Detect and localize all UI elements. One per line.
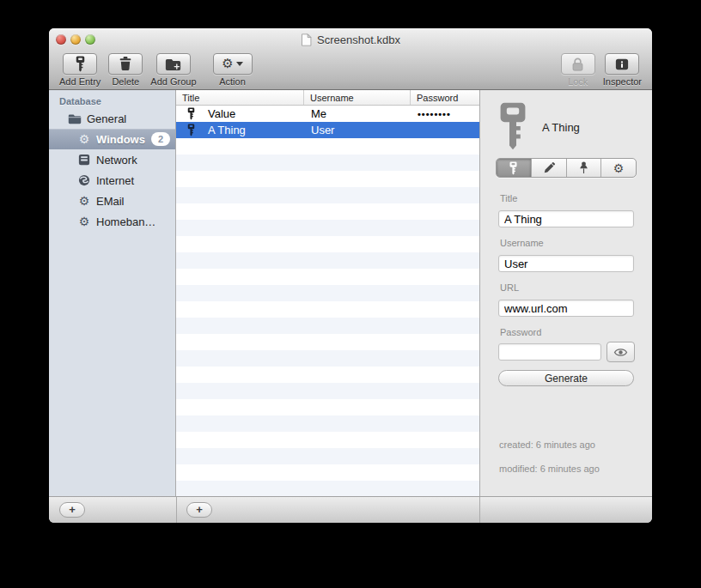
tab-general[interactable] <box>497 159 532 177</box>
count-badge: 2 <box>151 132 170 146</box>
sidebar-item-label: Network <box>96 154 137 167</box>
lock-label: Lock <box>568 76 588 87</box>
chevron-down-icon <box>236 62 243 66</box>
table-empty-area <box>176 138 479 496</box>
entry-title: A Thing <box>208 124 246 136</box>
inspector-entry-title: A Thing <box>542 121 580 134</box>
add-group-label: Add Group <box>150 76 196 87</box>
sidebar-item-label: Homeban… <box>96 215 155 228</box>
delete-label: Delete <box>112 76 139 87</box>
column-header-title[interactable]: Title <box>176 90 304 105</box>
key-icon <box>187 124 197 136</box>
entry-username: Me <box>304 107 411 120</box>
url-field[interactable] <box>498 300 634 317</box>
url-field-label: URL <box>500 282 519 293</box>
username-field-label: Username <box>500 238 544 248</box>
sidebar-item-windows[interactable]: ⚙ Windows 2 <box>49 129 175 149</box>
entry-username: User <box>304 124 411 136</box>
app-window: Screenshot.kdbx Add Entry Delete Add <box>49 28 652 523</box>
table-row[interactable]: Value Me •••••••• <box>176 106 479 122</box>
inspector-button[interactable]: Inspector <box>603 53 642 87</box>
delete-button[interactable]: Delete <box>108 53 143 87</box>
toolbar: Add Entry Delete Add Group ⚙ Action <box>49 52 652 89</box>
action-label: Action <box>219 76 246 87</box>
password-field-label: Password <box>500 327 541 337</box>
window-header: Screenshot.kdbx Add Entry Delete Add <box>49 28 652 90</box>
add-group-plus-button[interactable]: + <box>59 502 85 518</box>
gear-icon: ⚙ <box>77 132 91 146</box>
sidebar-item-label: Windows <box>96 133 145 146</box>
sidebar-group-general[interactable]: General <box>49 108 175 129</box>
pane-divider <box>176 497 177 523</box>
entry-password-masked: •••••••• <box>411 109 479 119</box>
bottom-bar: + + <box>49 496 652 523</box>
inspector-panel: A Thing ⚙ Title Username URL <box>479 90 652 496</box>
title-field[interactable] <box>498 210 634 227</box>
sidebar-item-email[interactable]: ⚙ EMail <box>49 191 175 211</box>
unlock-icon <box>571 57 584 72</box>
info-icon <box>615 58 629 71</box>
eye-icon <box>613 347 628 358</box>
gear-icon: ⚙ <box>77 215 91 228</box>
folder-plus-icon <box>165 58 181 71</box>
action-button[interactable]: ⚙ Action <box>213 53 253 87</box>
sidebar: Database General ⚙ Windows 2 Network <box>49 90 176 496</box>
created-timestamp: created: 6 minutes ago <box>499 439 595 450</box>
sidebar-item-homebanking[interactable]: ⚙ Homeban… <box>49 211 175 232</box>
pencil-icon <box>543 162 555 174</box>
gear-icon: ⚙ <box>77 194 91 208</box>
tab-custom-fields[interactable]: ⚙ <box>601 159 636 177</box>
pin-icon <box>578 161 589 174</box>
inspector-tab-bar: ⚙ <box>496 158 637 178</box>
gear-icon: ⚙ <box>222 58 233 70</box>
key-icon <box>187 107 197 120</box>
sidebar-item-label: EMail <box>96 195 125 208</box>
sidebar-item-internet[interactable]: Internet <box>49 170 175 191</box>
table-row-selected[interactable]: A Thing User <box>176 122 479 138</box>
trash-icon <box>119 57 132 71</box>
inspector-label: Inspector <box>603 76 642 87</box>
sidebar-section-header: Database <box>59 96 175 106</box>
modified-timestamp: modified: 6 minutes ago <box>499 464 600 474</box>
tab-notes[interactable] <box>532 159 567 177</box>
add-entry-button[interactable]: Add Entry <box>59 53 101 87</box>
folder-icon <box>68 112 82 125</box>
window-title: Screenshot.kdbx <box>317 33 400 46</box>
globe-icon <box>77 173 91 187</box>
username-field[interactable] <box>498 255 634 272</box>
server-icon <box>77 153 91 167</box>
lock-button[interactable]: Lock <box>561 53 595 87</box>
title-field-label: Title <box>500 193 517 203</box>
add-entry-plus-button[interactable]: + <box>186 502 212 518</box>
pane-divider <box>479 497 480 523</box>
sidebar-item-label: Internet <box>96 174 134 187</box>
document-icon <box>301 33 312 46</box>
password-field[interactable] <box>498 343 601 361</box>
gear-icon: ⚙ <box>613 162 625 174</box>
window-title-area: Screenshot.kdbx <box>49 28 652 51</box>
add-entry-label: Add Entry <box>59 76 101 87</box>
entry-table: Title Username Password Value Me •••••••… <box>176 90 479 496</box>
column-header-password[interactable]: Password <box>411 90 479 105</box>
key-icon <box>76 56 85 72</box>
key-icon <box>509 161 517 175</box>
table-header: Title Username Password <box>176 90 479 106</box>
generate-button[interactable]: Generate <box>498 370 634 386</box>
key-icon <box>499 100 527 152</box>
titlebar[interactable]: Screenshot.kdbx <box>49 28 652 51</box>
sidebar-item-network[interactable]: Network <box>49 149 175 170</box>
add-group-button[interactable]: Add Group <box>150 53 196 87</box>
column-header-username[interactable]: Username <box>304 90 411 105</box>
sidebar-group-label: General <box>87 112 126 125</box>
tab-attachments[interactable] <box>567 159 602 177</box>
entry-title: Value <box>208 107 235 120</box>
show-password-button[interactable] <box>607 342 635 362</box>
